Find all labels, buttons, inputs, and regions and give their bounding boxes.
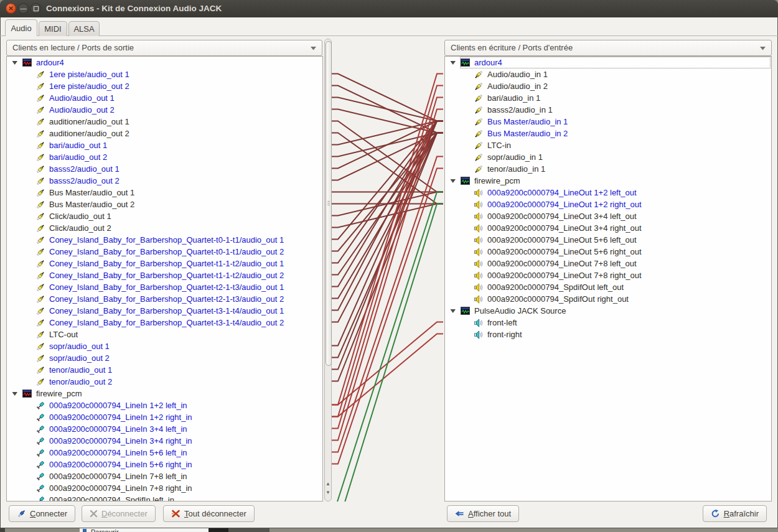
left-scrollbar[interactable]: ▲ ▼ <box>324 39 332 502</box>
port-row[interactable]: 000a9200c0000794_SpdifOut right_out <box>445 293 771 305</box>
port-row[interactable]: Click/audio_out 1 <box>7 210 322 222</box>
disconnect-button[interactable]: Déconnecter <box>82 505 156 522</box>
port-row[interactable]: tenor/audio_out 2 <box>7 376 322 388</box>
port-row[interactable]: 000a9200c0000794_LineIn 3+4 right_in <box>7 435 322 447</box>
port-label: Bus Master/audio_in 1 <box>487 117 568 126</box>
port-row[interactable]: Click/audio_out 2 <box>7 222 322 234</box>
client-row[interactable]: firewire_pcm <box>7 388 322 399</box>
input-ports-list[interactable]: ardour4Audio/audio_in 1Audio/audio_in 2b… <box>444 56 772 502</box>
port-label: 000a9200c0000794_SpdifOut left_out <box>487 282 624 292</box>
port-row[interactable]: 000a9200c0000794_LineOut 7+8 right_out <box>445 269 771 281</box>
output-ports-list[interactable]: ardour41ere piste/audio_out 11ere piste/… <box>6 56 323 502</box>
port-row[interactable]: 000a9200c0000794_LineIn 7+8 left_in <box>7 470 322 482</box>
expander-icon[interactable] <box>450 60 457 65</box>
port-row[interactable]: basss2/audio_in 1 <box>445 104 771 116</box>
port-row[interactable]: 000a9200c0000794_LineOut 3+4 right_out <box>445 222 771 234</box>
port-label: basss2/audio_in 1 <box>487 105 553 114</box>
port-row[interactable]: 000a9200c0000794_LineIn 3+4 left_in <box>7 423 322 435</box>
client-row[interactable]: firewire_pcm <box>445 175 771 187</box>
port-row[interactable]: 000a9200c0000794_LineIn 5+6 right_in <box>7 459 322 470</box>
wave-red-icon <box>22 58 32 67</box>
port-row[interactable]: Coney_Island_Baby_for_Barbershop_Quartet… <box>7 305 322 317</box>
port-row[interactable]: sopr/audio_out 2 <box>7 352 322 364</box>
port-row[interactable]: Coney_Island_Baby_for_Barbershop_Quartet… <box>7 281 322 293</box>
close-icon[interactable]: ✕ <box>6 3 16 14</box>
scroll-up-icon[interactable]: ▲ <box>325 481 331 487</box>
scroll-down-icon[interactable]: ▼ <box>325 490 331 495</box>
disconnect-all-button[interactable]: Tout déconnecter <box>163 505 255 522</box>
show-all-button[interactable]: Afficher tout <box>447 505 519 522</box>
port-row[interactable]: bari/audio_in 1 <box>445 92 771 104</box>
maximize-icon[interactable] <box>30 3 41 14</box>
port-row[interactable]: sopr/audio_in 1 <box>445 151 771 163</box>
port-row[interactable]: Coney_Island_Baby_for_Barbershop_Quartet… <box>7 317 322 329</box>
port-row[interactable]: tenor/audio_in 1 <box>445 163 771 175</box>
port-row[interactable]: 000a9200c0000794_SpdifIn left_in <box>7 494 322 502</box>
port-row[interactable]: front-left <box>445 317 771 329</box>
port-row[interactable]: 000a9200c0000794_LineOut 5+6 left_out <box>445 234 771 246</box>
port-row[interactable]: auditioner/audio_out 1 <box>7 116 322 128</box>
port-label: Coney_Island_Baby_for_Barbershop_Quartet… <box>49 294 284 304</box>
port-row[interactable]: LTC-in <box>445 139 771 151</box>
expand-all-icon <box>455 510 464 518</box>
port-row[interactable]: 000a9200c0000794_SpdifOut left_out <box>445 281 771 293</box>
port-row[interactable]: 000a9200c0000794_LineOut 7+8 left_out <box>445 258 771 269</box>
plug-in-icon <box>474 129 484 139</box>
refresh-button[interactable]: Rafraîchir <box>703 505 767 522</box>
port-row[interactable]: 000a9200c0000794_LineIn 7+8 right_in <box>7 482 322 494</box>
port-row[interactable]: Audio/audio_in 1 <box>445 68 771 80</box>
connect-button[interactable]: Connecter <box>9 505 75 522</box>
port-row[interactable]: Coney_Island_Baby_for_Barbershop_Quartet… <box>7 258 322 269</box>
port-row[interactable]: Audio/audio_in 2 <box>445 80 771 92</box>
port-row[interactable]: 000a9200c0000794_LineOut 1+2 right_out <box>445 198 771 210</box>
port-label: Bus Master/audio_in 2 <box>487 129 568 138</box>
expander-icon[interactable] <box>450 178 457 184</box>
scrollbar-handle[interactable] <box>326 41 332 366</box>
port-row[interactable]: 1ere piste/audio_out 2 <box>7 80 322 92</box>
port-row[interactable]: Coney_Island_Baby_for_Barbershop_Quartet… <box>7 293 322 305</box>
client-row[interactable]: ardour4 <box>445 57 771 68</box>
client-row[interactable]: PulseAudio JACK Source <box>445 305 771 317</box>
port-row[interactable]: 000a9200c0000794_LineOut 1+2 left_out <box>445 187 771 198</box>
plug-out-icon <box>35 105 45 115</box>
port-row[interactable]: Audio/audio_out 1 <box>7 92 322 104</box>
titlebar[interactable]: ✕ — Connexions - Kit de Connexion Audio … <box>0 0 778 17</box>
port-row[interactable]: Bus Master/audio_in 2 <box>445 128 771 139</box>
port-row[interactable]: Bus Master/audio_out 1 <box>7 187 322 198</box>
input-ports-header[interactable]: Clients en écriture / Ports d'entrée <box>444 40 772 56</box>
tab-alsa[interactable]: ALSA <box>68 21 100 36</box>
tab-audio[interactable]: Audio <box>5 19 37 36</box>
port-row[interactable]: bari/audio_out 1 <box>7 139 322 151</box>
tab-midi[interactable]: MIDI <box>39 21 67 36</box>
port-row[interactable]: 000a9200c0000794_LineOut 3+4 left_out <box>445 210 771 222</box>
port-row[interactable]: auditioner/audio_out 2 <box>7 128 322 139</box>
port-row[interactable]: 000a9200c0000794_LineOut 5+6 right_out <box>445 246 771 258</box>
port-row[interactable]: basss2/audio_out 1 <box>7 163 322 175</box>
expander-icon[interactable] <box>12 391 19 396</box>
expander-icon[interactable] <box>12 60 19 65</box>
port-row[interactable]: 000a9200c0000794_LineIn 1+2 right_in <box>7 411 322 423</box>
port-row[interactable]: basss2/audio_out 2 <box>7 175 322 187</box>
expander-icon[interactable] <box>450 308 457 314</box>
port-row[interactable]: tenor/audio_out 1 <box>7 364 322 376</box>
port-row[interactable]: Bus Master/audio_out 2 <box>7 198 322 210</box>
mic-icon <box>35 483 45 493</box>
port-row[interactable]: bari/audio_out 2 <box>7 151 322 163</box>
port-row[interactable]: Coney_Island_Baby_for_Barbershop_Quartet… <box>7 269 322 281</box>
minimize-icon[interactable]: — <box>18 3 29 14</box>
port-row[interactable]: Coney_Island_Baby_for_Barbershop_Quartet… <box>7 246 322 258</box>
port-row[interactable]: LTC-out <box>7 329 322 340</box>
client-row[interactable]: ardour4 <box>7 57 322 68</box>
output-ports-header[interactable]: Clients en lecture / Ports de sortie <box>6 40 322 56</box>
port-row[interactable]: sopr/audio_out 1 <box>7 340 322 352</box>
port-row[interactable]: 000a9200c0000794_LineIn 1+2 left_in <box>7 399 322 411</box>
port-row[interactable]: front-right <box>445 329 771 340</box>
port-row[interactable]: 000a9200c0000794_LineIn 5+6 left_in <box>7 447 322 459</box>
port-row[interactable]: Coney_Island_Baby_for_Barbershop_Quartet… <box>7 234 322 246</box>
port-row[interactable]: Bus Master/audio_in 1 <box>445 116 771 128</box>
port-label: tenor/audio_out 2 <box>49 377 112 386</box>
port-row[interactable]: 1ere piste/audio_out 1 <box>7 68 322 80</box>
speaker-teal-icon <box>474 318 484 328</box>
plug-out-icon <box>35 294 45 304</box>
port-row[interactable]: Audio/audio_out 2 <box>7 104 322 116</box>
